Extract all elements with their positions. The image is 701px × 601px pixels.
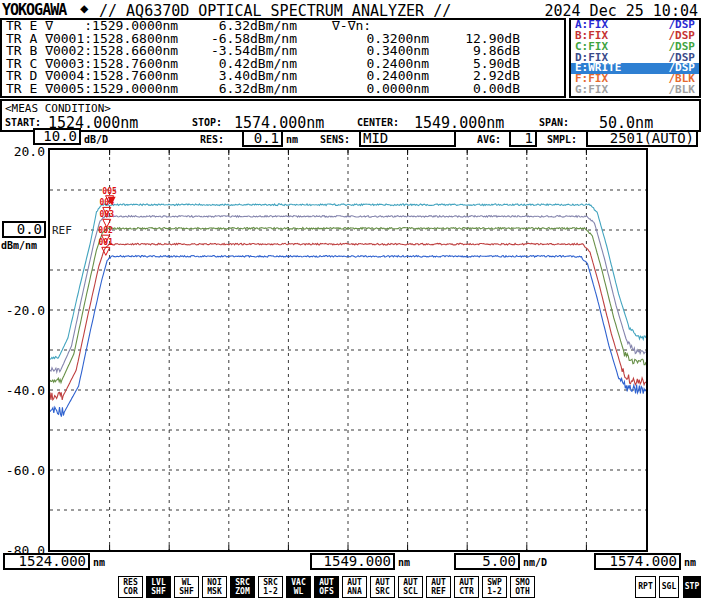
x-center-unit: nm [398,557,410,568]
softkey-vac-wl[interactable]: VACWL [286,576,311,598]
softkey-line2: OTH [511,587,534,596]
y-axis-label-minus60: -60.0 [1,464,45,477]
x-scale-unit: nm/D [523,557,547,568]
res-field[interactable]: 0.1 [242,130,283,147]
softkey-lvl-shf[interactable]: LVLSHF [146,576,171,598]
softkey-line1: RES [119,578,142,587]
trace-cell-level: 6.32dBm/nm [179,83,297,96]
x-start-unit: nm [93,557,105,568]
softkey-line2: SCL [399,587,422,596]
ref-level-field[interactable]: 0.0 [2,221,46,238]
softkey-line2: 1-2 [483,587,506,596]
meas-condition-panel: <MEAS CONDITION> START: 1524.000nm STOP:… [0,99,701,132]
softkey-line2: MSK [203,587,226,596]
y-axis-unit: dBm/nm [1,240,37,251]
yokogawa-diamond-icon: ◆ [80,0,88,16]
trace-status-G: G:FIX/BLK [571,85,699,96]
spectrum-plot: REF001002003004005 [48,148,648,552]
smpl-label: SMPL: [547,134,577,145]
softkey-stp[interactable]: STP [683,576,701,598]
level-scale-unit: dB/D [84,134,108,145]
sens-label: SENS: [320,134,350,145]
softkey-line1: SRC [259,578,282,587]
softkey-line2: OFS [315,587,338,596]
softkey-line1: AUT [343,578,366,587]
smpl-field[interactable]: 2501(AUTO) [586,130,698,147]
stop-label: STOP: [192,117,222,128]
y-axis-label-minus20: -20.0 [1,304,45,317]
y-axis-label-20: 20.0 [1,145,45,158]
res-label: RES: [200,134,224,145]
softkey-line1: VAC [287,578,310,587]
osa-screen: YOKOGAWA ◆ // AQ6370D OPTICAL SPECTRUM A… [0,0,701,601]
x-stop-field[interactable]: 1574.000 [594,553,681,570]
softkey-line1: AUT [399,578,422,587]
span-label: SPAN: [539,117,569,128]
marker-label-005: 005 [102,187,117,196]
softkey-line1: SRC [231,578,254,587]
x-start-field[interactable]: 1524.000 [3,553,90,570]
x-stop-unit: nm [684,557,696,568]
softkey-aut-ref[interactable]: AUTREF [426,576,451,598]
softkey-line2: REF [427,587,450,596]
softkey-noi-msk[interactable]: NOIMSK [202,576,227,598]
softkey-rpt[interactable]: RPT [635,576,656,598]
trace-cell-id: TR E ∇0005:1529.0000nm [6,83,178,96]
softkey-line2: 1-2 [259,587,282,596]
softkey-line2: WL [287,587,310,596]
softkey-line1: AUT [427,578,450,587]
trace-status-panel: A:FIX/DSPB:FIX/DSPC:FIX/DSPD:FIX/DSPE:WR… [569,18,701,98]
softkey-src-zom[interactable]: SRCZOM [230,576,255,598]
center-label: CENTER: [357,117,399,128]
softkey-line2: SHF [175,587,198,596]
res-unit: nm [286,134,298,145]
trace-A [50,256,646,417]
softkey-aut-ctr[interactable]: AUTCTR [454,576,479,598]
spectrum-svg: REF001002003004005 [50,150,646,550]
trace-marker-table: TR E ∇ :1529.0000nm6.32dBm/nmTR A ∇0001:… [0,18,566,98]
softkey-line1: AUT [455,578,478,587]
softkey-line2: ANA [343,587,366,596]
avg-field[interactable]: 1 [509,130,537,147]
x-center-field[interactable]: 1549.000 [310,553,395,570]
softkey-aut-scl[interactable]: AUTSCL [398,576,423,598]
softkey-line1: LVL [147,578,170,587]
softkey-aut-src[interactable]: AUTSRC [370,576,395,598]
softkey-line1: SMO [511,578,534,587]
start-label: START: [5,117,41,128]
softkey-res-cor[interactable]: RESCOR [118,576,143,598]
softkey-sgl[interactable]: SGL [659,576,679,598]
trace-status-label: G:FIX [575,83,608,96]
softkey-line2: SHF [147,587,170,596]
softkey-line1: WL [175,578,198,587]
marker-label-002: 002 [98,226,113,235]
softkey-line2: COR [119,587,142,596]
trace-cell-dwl: 0.0000nm [332,83,429,96]
softkey-swp-1-2[interactable]: SWP1-2 [482,576,507,598]
trace-status-mode: /BLK [669,85,696,96]
x-scale-field[interactable]: 5.00 [454,553,520,570]
trace-cell-ddb: 0.00dB [432,83,520,96]
softkey-aut-ofs[interactable]: AUTOFS [314,576,339,598]
softkey-line1: NOI [203,578,226,587]
softkey-smo-oth[interactable]: SMOOTH [510,576,535,598]
softkey-line1: AUT [315,578,338,587]
softkey-aut-ana[interactable]: AUTANA [342,576,367,598]
softkey-line2: CTR [455,587,478,596]
avg-label: AVG: [477,134,501,145]
delta-header: ∇-∇n: [332,20,371,33]
softkey-line2: SRC [371,587,394,596]
sens-field[interactable]: MID [359,130,456,147]
yokogawa-logo: YOKOGAWA [2,1,66,19]
ref-line-label: REF [52,224,72,237]
trace-row-5: TR E ∇0005:1529.0000nm6.32dBm/nm0.0000nm… [2,83,564,96]
y-axis-label-minus40: -40.0 [1,384,45,397]
softkey-line2: ZOM [231,587,254,596]
softkey-wl-shf[interactable]: WLSHF [174,576,199,598]
level-scale-field[interactable]: 10.0 [33,128,81,145]
softkey-line1: AUT [371,578,394,587]
softkey-line1: SWP [483,578,506,587]
softkey-src-1-2[interactable]: SRC1-2 [258,576,283,598]
